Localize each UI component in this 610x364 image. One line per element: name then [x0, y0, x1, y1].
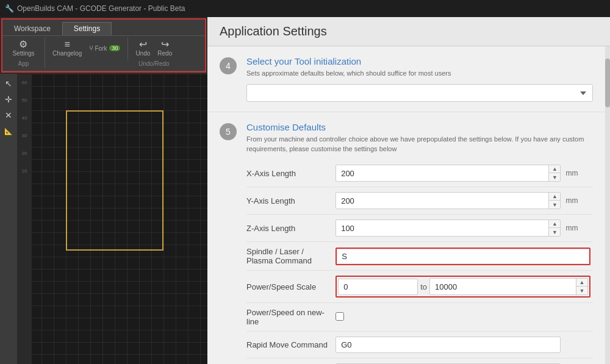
undo-label: Undo	[135, 50, 150, 57]
z-axis-up[interactable]: ▲	[549, 220, 560, 228]
section-4: 4 Select your Tool initialization Sets a…	[207, 46, 605, 112]
input-power-scale: to ▲ ▼	[333, 271, 593, 303]
unit-z-axis: mm	[563, 215, 593, 242]
section-4-content: Select your Tool initialization Sets app…	[246, 56, 593, 102]
section-number-5: 5	[220, 123, 237, 140]
fork-button[interactable]: ⑂ Fork 30	[87, 38, 123, 58]
settings-table: X-Axis Length ▲ ▼	[246, 160, 593, 364]
x-axis-up[interactable]: ▲	[549, 165, 560, 173]
ruler-mark: 50	[22, 98, 27, 103]
x-axis-spinners: ▲ ▼	[548, 165, 560, 181]
input-y-axis: ▲ ▼	[333, 187, 563, 215]
x-axis-down[interactable]: ▼	[549, 173, 560, 181]
group-app-label: App	[18, 60, 29, 67]
power-max-down[interactable]: ▼	[576, 287, 587, 294]
z-axis-spinners: ▲ ▼	[548, 220, 560, 236]
power-max-up[interactable]: ▲	[576, 279, 587, 287]
label-x-axis: X-Axis Length	[246, 160, 333, 187]
z-axis-input[interactable]	[336, 221, 548, 236]
list-icon: ≡	[65, 40, 70, 49]
y-axis-spinners: ▲ ▼	[548, 193, 560, 209]
tab-settings[interactable]: Settings	[62, 22, 112, 35]
y-axis-down[interactable]: ▼	[549, 201, 560, 209]
y-axis-input-wrap: ▲ ▼	[336, 192, 561, 209]
title-bar-text: OpenBuilds CAM - GCODE Generator - Publi…	[17, 4, 185, 13]
input-x-axis: ▲ ▼	[333, 160, 563, 187]
toolbar: Workspace Settings ⚙ Settings App	[2, 20, 205, 71]
section-number-4: 4	[220, 57, 237, 74]
fork-icon: ⑂	[89, 45, 93, 52]
toolbar-tabs: Workspace Settings	[2, 22, 205, 36]
section-4-desc: Sets approximate defaults below, which s…	[246, 69, 593, 78]
unit-x-axis: mm	[563, 160, 593, 187]
tool-init-dropdown[interactable]	[246, 84, 593, 102]
table-row-x-axis: X-Axis Length ▲ ▼	[246, 160, 593, 187]
label-power-scale: Power/Speed Scale	[246, 271, 333, 303]
table-row-power-scale: Power/Speed Scale to	[246, 271, 593, 303]
erase-tool[interactable]: ✕	[1, 108, 16, 123]
right-panel: Application Settings 4 Select your Tool …	[207, 17, 610, 364]
settings-content[interactable]: 4 Select your Tool initialization Sets a…	[207, 46, 605, 364]
power-newline-checkbox[interactable]	[336, 312, 344, 321]
ruler-mark: 60	[22, 80, 27, 85]
move-tool[interactable]: ✛	[1, 92, 16, 107]
x-axis-input[interactable]	[336, 166, 548, 181]
tab-workspace[interactable]: Workspace	[2, 22, 62, 35]
input-spindle	[333, 242, 593, 271]
power-min-input[interactable]	[339, 279, 418, 294]
changelog-button[interactable]: ≡ Changelog	[50, 38, 84, 58]
settings-button[interactable]: ⚙ Settings	[10, 38, 37, 58]
label-spindle: Spindle / Laser / Plasma Command	[246, 242, 333, 271]
label-power-newline: Power/Speed on new-line	[246, 303, 333, 332]
table-row-z-axis: Z-Axis Length ▲ ▼	[246, 215, 593, 242]
label-z-axis: Z-Axis Length	[246, 215, 333, 242]
redo-label: Redo	[157, 50, 172, 57]
power-min-wrap	[338, 279, 418, 295]
ruler-mark: 30	[22, 133, 27, 138]
left-panel: Workspace Settings ⚙ Settings App	[0, 17, 207, 364]
table-row-y-axis: Y-Axis Length ▲ ▼	[246, 187, 593, 215]
table-row-linear-move: Linear Move Command	[246, 359, 593, 364]
section-5-content: Customise Defaults From your machine and…	[246, 122, 593, 364]
changelog-label: Changelog	[52, 50, 82, 57]
group-items: ⚙ Settings	[10, 38, 37, 58]
measure-tool[interactable]: 📐	[1, 124, 16, 138]
toolbar-group-undoredo: ↩ Undo ↪ Redo Undo/Redo	[128, 37, 179, 68]
input-linear-move	[333, 359, 563, 364]
label-linear-move: Linear Move Command	[246, 359, 333, 364]
page-title: Application Settings	[220, 24, 598, 38]
toolbar-groups: ⚙ Settings App ≡ Changelog	[2, 37, 205, 68]
z-axis-input-wrap: ▲ ▼	[336, 219, 561, 237]
label-y-axis: Y-Axis Length	[246, 187, 333, 215]
main-layout: Workspace Settings ⚙ Settings App	[0, 17, 610, 364]
redo-button[interactable]: ↪ Redo	[155, 38, 174, 58]
input-power-newline	[333, 303, 563, 332]
settings-header: Application Settings	[207, 17, 610, 46]
y-axis-up[interactable]: ▲	[549, 193, 560, 201]
select-tool[interactable]: ↖	[1, 76, 16, 91]
ruler-mark: 10	[22, 168, 27, 174]
unit-power-newline	[563, 303, 593, 332]
section-4-title: Select your Tool initialization	[246, 56, 593, 66]
group-items-3: ↩ Undo ↪ Redo	[133, 38, 174, 58]
canvas-area: 60 50 40 30 20 10	[17, 74, 207, 364]
y-axis-input[interactable]	[336, 193, 548, 209]
settings-table-wrapper: X-Axis Length ▲ ▼	[246, 160, 593, 364]
undo-button[interactable]: ↩ Undo	[133, 38, 152, 58]
scrollbar-thumb[interactable]	[605, 59, 610, 107]
unit-y-axis: mm	[563, 187, 593, 215]
spindle-input[interactable]	[338, 250, 588, 263]
power-max-input[interactable]	[430, 279, 576, 294]
canvas-drawing-rect	[66, 110, 163, 251]
title-bar: 🔧 OpenBuilds CAM - GCODE Generator - Pub…	[0, 0, 610, 17]
rapid-move-input[interactable]	[336, 337, 561, 353]
power-to-label: to	[420, 282, 427, 291]
scrollbar[interactable]	[605, 46, 610, 364]
ruler-mark: 40	[22, 115, 27, 121]
fork-label: Fork	[95, 45, 107, 52]
z-axis-down[interactable]: ▼	[549, 228, 560, 236]
side-tools: ↖ ✛ ✕ 📐	[0, 74, 17, 364]
table-row-power-newline: Power/Speed on new-line	[246, 303, 593, 332]
app-icon: 🔧	[5, 4, 13, 13]
unit-rapid-move	[563, 332, 593, 359]
